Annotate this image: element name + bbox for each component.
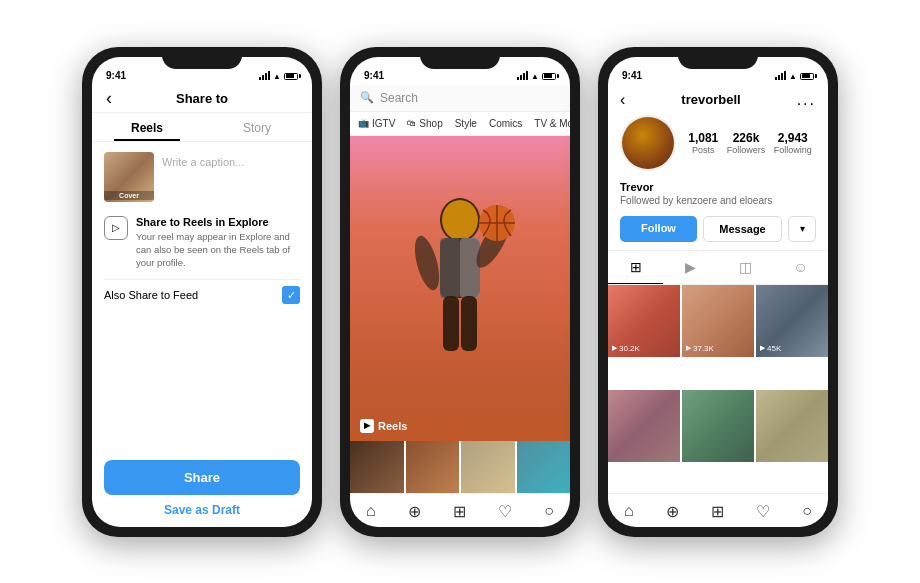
share-explore-title: Share to Reels in Explore (136, 216, 300, 228)
share-explore-text: Share to Reels in Explore Your reel may … (136, 216, 300, 270)
reels-icon: ▶ (360, 419, 374, 433)
reels-label: ▶ Reels (360, 419, 407, 433)
grid-cell-6[interactable] (756, 390, 828, 462)
cat-tv-label: TV & Movie (534, 118, 570, 129)
posts-label: Posts (688, 145, 718, 155)
grid-item-2[interactable] (406, 441, 460, 493)
cat-igtv-label: IGTV (372, 118, 395, 129)
posts-count: 1,081 (688, 131, 718, 145)
follow-button[interactable]: Follow (620, 216, 697, 242)
wifi-icon-2: ▲ (531, 72, 539, 81)
following-label: Following (774, 145, 812, 155)
tab-grid[interactable]: ⊞ (608, 251, 663, 284)
nav-search-3[interactable]: ⊕ (666, 502, 679, 521)
svg-rect-3 (440, 238, 460, 298)
cat-style[interactable]: Style (455, 118, 477, 129)
followed-by: Followed by kenzoere and eloears (620, 195, 816, 206)
grid-cell-2[interactable]: ▶ 37.3K (682, 285, 754, 357)
nav-profile-3[interactable]: ○ (802, 502, 812, 520)
signal-icon-2 (517, 72, 528, 80)
nav-home-2[interactable]: ⌂ (366, 502, 376, 520)
play-icon-2: ▶ (686, 344, 691, 352)
avatar (620, 115, 676, 171)
search-bar[interactable]: 🔍 Search (350, 85, 570, 112)
tab-story[interactable]: Story (202, 113, 312, 141)
stat-followers: 226k Followers (727, 131, 766, 155)
status-time-3: 9:41 (622, 70, 642, 81)
status-icons-1: ▲ (259, 72, 298, 81)
grid-item-1[interactable] (350, 441, 404, 493)
p3-bio: Trevor Followed by kenzoere and eloears (608, 181, 828, 210)
share-explore-desc: Your reel may appear in Explore and can … (136, 230, 300, 270)
dropdown-button[interactable]: ▾ (788, 216, 816, 242)
explore-icon: ▷ (104, 216, 128, 240)
share-button[interactable]: Share (104, 460, 300, 495)
count-3: 45K (767, 344, 781, 353)
tab-reels[interactable]: Reels (92, 113, 202, 141)
reels-text: Reels (378, 420, 407, 432)
also-feed-checkbox[interactable]: ✓ (282, 286, 300, 304)
wifi-icon: ▲ (273, 72, 281, 81)
notch-1 (162, 47, 242, 69)
nav-search-2[interactable]: ⊕ (408, 502, 421, 521)
cat-style-label: Style (455, 118, 477, 129)
cat-igtv[interactable]: 📺 IGTV (358, 118, 395, 129)
stat-following: 2,943 Following (774, 131, 812, 155)
shop-icon: 🛍 (407, 118, 416, 128)
grid-cell-3[interactable]: ▶ 45K (756, 285, 828, 357)
svg-rect-4 (460, 238, 480, 298)
svg-point-5 (410, 233, 444, 292)
count-2: 37.3K (693, 344, 714, 353)
cat-comics[interactable]: Comics (489, 118, 522, 129)
tab-reels-profile[interactable]: ▶ (663, 251, 718, 284)
grid-cell-1[interactable]: ▶ 30.2K (608, 285, 680, 357)
notch-2 (420, 47, 500, 69)
caption-input[interactable]: Write a caption... (162, 152, 300, 202)
cat-tv[interactable]: TV & Movie (534, 118, 570, 129)
grid-cell-4[interactable] (608, 390, 680, 462)
cover-label: Cover (104, 191, 154, 200)
explore-grid (350, 441, 570, 493)
nav-heart-2[interactable]: ♡ (498, 502, 512, 521)
igtv-icon: 📺 (358, 118, 369, 128)
tab-tagged[interactable]: ☺ (773, 251, 828, 284)
p1-tabs: Reels Story (92, 113, 312, 142)
video-content (350, 136, 570, 441)
message-button[interactable]: Message (703, 216, 782, 242)
content-tabs: ⊞ ▶ ◫ ☺ (608, 250, 828, 285)
grid-cell-5[interactable] (682, 390, 754, 462)
tab-igtv[interactable]: ◫ (718, 251, 773, 284)
spacer (92, 311, 312, 460)
grid-item-3[interactable] (461, 441, 515, 493)
followers-count: 226k (727, 131, 766, 145)
p1-cover-thumb: Cover (104, 152, 154, 202)
nav-home-3[interactable]: ⌂ (624, 502, 634, 520)
nav-add-3[interactable]: ⊞ (711, 502, 724, 521)
more-options-button[interactable]: ... (797, 91, 816, 109)
status-icons-3: ▲ (775, 72, 814, 81)
battery-icon (284, 73, 298, 80)
person-svg (405, 188, 515, 388)
battery-icon-3 (800, 73, 814, 80)
categories-bar: 📺 IGTV 🛍 Shop Style Comics TV & Movie (350, 112, 570, 136)
profile-stats: 1,081 Posts 226k Followers 2,943 Followi… (684, 131, 816, 155)
search-input[interactable]: Search (380, 91, 418, 105)
nav-heart-3[interactable]: ♡ (756, 502, 770, 521)
play-count-1: ▶ 30.2K (612, 344, 640, 353)
main-video[interactable]: ▶ Reels (350, 136, 570, 441)
p3-header: ‹ trevorbell ... (608, 85, 828, 115)
avatar-image (622, 117, 674, 169)
nav-profile-2[interactable]: ○ (544, 502, 554, 520)
grid-item-4[interactable] (517, 441, 571, 493)
stat-posts: 1,081 Posts (688, 131, 718, 155)
save-draft-button[interactable]: Save as Draft (92, 503, 312, 517)
screen-3: 9:41 ▲ ‹ trevorbell ... 1,081 Pos (608, 57, 828, 527)
phone-3: 9:41 ▲ ‹ trevorbell ... 1,081 Pos (598, 47, 838, 537)
back-button-1[interactable]: ‹ (106, 88, 112, 109)
p1-title: Share to (176, 91, 228, 106)
back-button-3[interactable]: ‹ (620, 91, 625, 109)
cat-shop-label: Shop (419, 118, 442, 129)
cat-shop[interactable]: 🛍 Shop (407, 118, 442, 129)
nav-add-2[interactable]: ⊞ (453, 502, 466, 521)
svg-rect-11 (461, 296, 477, 351)
